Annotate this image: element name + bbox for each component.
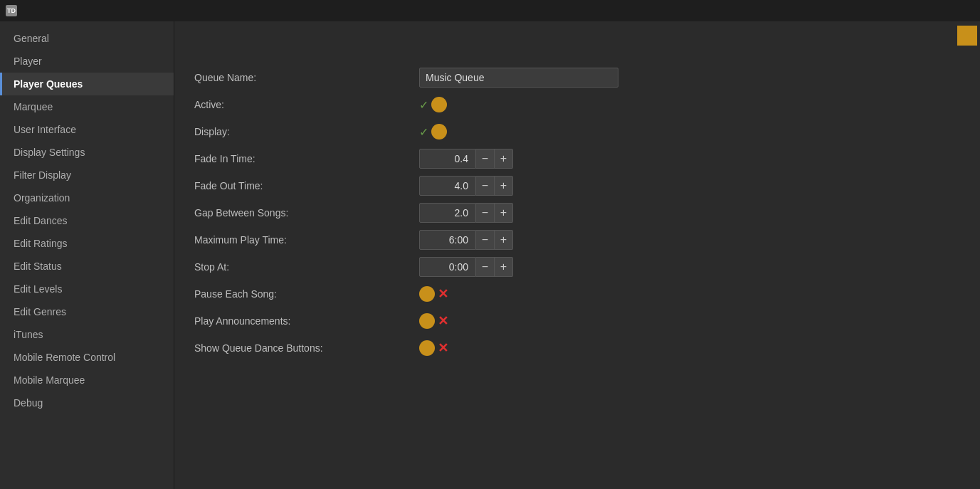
form-label-display: Display: bbox=[191, 126, 419, 137]
numeric-input-fade-in-time[interactable] bbox=[419, 149, 476, 169]
form-row-gap-between-songs: Gap Between Songs:−+ bbox=[191, 201, 963, 225]
toggle-active[interactable]: ✓ bbox=[419, 97, 447, 112]
decrement-button-stop-at[interactable]: − bbox=[476, 257, 495, 277]
input-queue-name[interactable] bbox=[419, 68, 618, 88]
queue-minus-button[interactable] bbox=[922, 36, 940, 54]
form-value-stop-at: −+ bbox=[419, 257, 513, 277]
sidebar-item-debug[interactable]: Debug bbox=[0, 391, 174, 414]
increment-button-maximum-play-time[interactable]: + bbox=[495, 230, 513, 250]
form-label-fade-out-time: Fade Out Time: bbox=[191, 180, 419, 191]
main-layout: GeneralPlayerPlayer QueuesMarqueeUser In… bbox=[0, 21, 980, 489]
increment-button-gap-between-songs[interactable]: + bbox=[495, 203, 513, 223]
form-row-queue-name: Queue Name: bbox=[191, 65, 963, 90]
form-value-display: ✓ bbox=[419, 124, 447, 140]
form-value-play-announcements: ✕ bbox=[419, 313, 448, 329]
decrement-button-gap-between-songs[interactable]: − bbox=[476, 203, 495, 223]
form-row-stop-at: Stop At:−+ bbox=[191, 255, 963, 279]
bool-circle-icon bbox=[419, 286, 435, 302]
form-label-queue-name: Queue Name: bbox=[191, 72, 419, 83]
form-label-play-announcements: Play Announcements: bbox=[191, 315, 419, 327]
sidebar-item-marquee[interactable]: Marquee bbox=[0, 95, 174, 118]
form-label-fade-in-time: Fade In Time: bbox=[191, 153, 419, 164]
numeric-input-stop-at[interactable] bbox=[419, 257, 476, 277]
accent-square bbox=[957, 26, 977, 46]
minimize-button[interactable] bbox=[930, 4, 943, 17]
increment-button-stop-at[interactable]: + bbox=[495, 257, 513, 277]
form-label-pause-each-song: Pause Each Song: bbox=[191, 288, 419, 300]
form-value-fade-in-time: −+ bbox=[419, 149, 513, 169]
close-button[interactable] bbox=[961, 4, 974, 17]
form-row-pause-each-song: Pause Each Song:✕ bbox=[191, 282, 963, 306]
sidebar-item-itunes[interactable]: iTunes bbox=[0, 323, 174, 346]
form-row-play-announcements: Play Announcements:✕ bbox=[191, 309, 963, 333]
checkmark-icon: ✓ bbox=[419, 98, 428, 112]
numeric-input-fade-out-time[interactable] bbox=[419, 176, 476, 196]
sidebar-item-edit-levels[interactable]: Edit Levels bbox=[0, 278, 174, 300]
toggle-display[interactable]: ✓ bbox=[419, 124, 447, 140]
bool-toggle-show-queue-dance-buttons[interactable]: ✕ bbox=[419, 340, 448, 356]
form-value-active: ✓ bbox=[419, 97, 447, 112]
form-label-active: Active: bbox=[191, 99, 419, 110]
numeric-fade-out-time: −+ bbox=[419, 176, 513, 196]
bool-circle-icon bbox=[419, 313, 435, 329]
numeric-input-maximum-play-time[interactable] bbox=[419, 230, 476, 250]
increment-button-fade-in-time[interactable]: + bbox=[495, 149, 513, 169]
form-row-fade-out-time: Fade Out Time:−+ bbox=[191, 174, 963, 198]
bool-x-icon: ✕ bbox=[438, 286, 448, 302]
decrement-button-fade-in-time[interactable]: − bbox=[476, 149, 495, 169]
numeric-maximum-play-time: −+ bbox=[419, 230, 513, 250]
sidebar-item-filter-display[interactable]: Filter Display bbox=[0, 164, 174, 186]
bool-circle-icon bbox=[419, 340, 435, 356]
content-area: Queue Name:Active:✓Display:✓Fade In Time… bbox=[174, 21, 980, 489]
bool-toggle-pause-each-song[interactable]: ✕ bbox=[419, 286, 448, 302]
bool-x-icon: ✕ bbox=[438, 340, 448, 356]
form-row-active: Active:✓ bbox=[191, 93, 963, 117]
sidebar-item-edit-dances[interactable]: Edit Dances bbox=[0, 209, 174, 232]
form-row-display: Display:✓ bbox=[191, 120, 963, 144]
numeric-stop-at: −+ bbox=[419, 257, 513, 277]
queue-header bbox=[191, 36, 963, 54]
decrement-button-fade-out-time[interactable]: − bbox=[476, 176, 495, 196]
sidebar: GeneralPlayerPlayer QueuesMarqueeUser In… bbox=[0, 21, 174, 489]
sidebar-item-mobile-remote-control[interactable]: Mobile Remote Control bbox=[0, 346, 174, 369]
form-value-maximum-play-time: −+ bbox=[419, 230, 513, 250]
increment-button-fade-out-time[interactable]: + bbox=[495, 176, 513, 196]
titlebar: TD bbox=[0, 0, 980, 21]
form-row-show-queue-dance-buttons: Show Queue Dance Buttons:✕ bbox=[191, 336, 963, 360]
sidebar-item-mobile-marquee[interactable]: Mobile Marquee bbox=[0, 369, 174, 391]
sidebar-item-edit-ratings[interactable]: Edit Ratings bbox=[0, 232, 174, 255]
form-value-queue-name bbox=[419, 68, 618, 88]
bool-x-icon: ✕ bbox=[438, 313, 448, 329]
window-controls bbox=[930, 4, 974, 17]
sidebar-item-player[interactable]: Player bbox=[0, 50, 174, 73]
form-value-show-queue-dance-buttons: ✕ bbox=[419, 340, 448, 356]
sidebar-item-user-interface[interactable]: User Interface bbox=[0, 118, 174, 141]
form-rows: Queue Name:Active:✓Display:✓Fade In Time… bbox=[191, 65, 963, 360]
form-row-fade-in-time: Fade In Time:−+ bbox=[191, 147, 963, 171]
form-label-maximum-play-time: Maximum Play Time: bbox=[191, 234, 419, 246]
numeric-gap-between-songs: −+ bbox=[419, 203, 513, 223]
checkmark-icon: ✓ bbox=[419, 125, 428, 139]
form-label-stop-at: Stop At: bbox=[191, 261, 419, 273]
app-icon: TD bbox=[6, 5, 17, 16]
sidebar-item-display-settings[interactable]: Display Settings bbox=[0, 141, 174, 164]
decrement-button-maximum-play-time[interactable]: − bbox=[476, 230, 495, 250]
form-label-show-queue-dance-buttons: Show Queue Dance Buttons: bbox=[191, 342, 419, 354]
toggle-circle-icon bbox=[431, 124, 447, 140]
sidebar-item-player-queues[interactable]: Player Queues bbox=[0, 73, 174, 95]
numeric-fade-in-time: −+ bbox=[419, 149, 513, 169]
sidebar-item-edit-genres[interactable]: Edit Genres bbox=[0, 300, 174, 323]
form-value-pause-each-song: ✕ bbox=[419, 286, 448, 302]
numeric-input-gap-between-songs[interactable] bbox=[419, 203, 476, 223]
sidebar-item-edit-status[interactable]: Edit Status bbox=[0, 255, 174, 278]
sidebar-item-organization[interactable]: Organization bbox=[0, 186, 174, 209]
bool-toggle-play-announcements[interactable]: ✕ bbox=[419, 313, 448, 329]
form-value-fade-out-time: −+ bbox=[419, 176, 513, 196]
form-value-gap-between-songs: −+ bbox=[419, 203, 513, 223]
form-row-maximum-play-time: Maximum Play Time:−+ bbox=[191, 228, 963, 252]
maximize-button[interactable] bbox=[946, 4, 959, 17]
toggle-circle-icon bbox=[431, 97, 447, 112]
form-label-gap-between-songs: Gap Between Songs: bbox=[191, 207, 419, 219]
sidebar-item-general[interactable]: General bbox=[0, 27, 174, 50]
